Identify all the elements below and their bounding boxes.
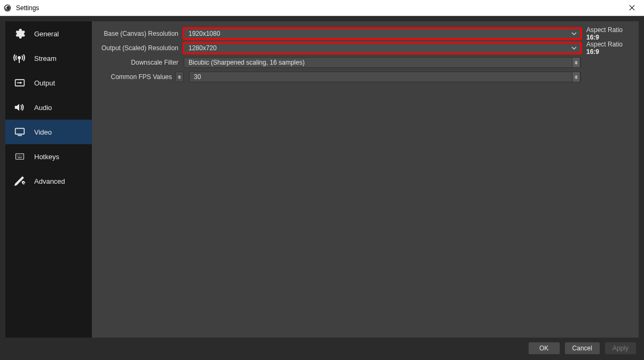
sidebar-item-output[interactable]: Output (5, 71, 92, 95)
output-aspect-ratio: Aspect Ratio 16:9 (584, 41, 633, 56)
spinner-icon[interactable] (572, 57, 580, 68)
speaker-icon (13, 101, 28, 113)
close-button[interactable] (624, 0, 640, 16)
titlebar: Settings (0, 0, 644, 16)
sidebar: General Stream (5, 21, 92, 338)
keyboard-icon (13, 152, 28, 161)
gear-icon (13, 27, 28, 40)
cancel-button[interactable]: Cancel (564, 342, 600, 355)
fps-combo[interactable]: 30 (189, 72, 581, 82)
downscale-filter-value: Bicubic (Sharpened scaling, 16 samples) (189, 59, 304, 66)
sidebar-item-label: Output (34, 79, 55, 87)
chevron-down-icon (570, 29, 578, 38)
output-resolution-value: 1280x720 (189, 44, 217, 52)
sidebar-item-label: Advanced (34, 177, 65, 185)
sidebar-item-hotkeys[interactable]: Hotkeys (5, 144, 92, 169)
sidebar-item-label: Video (34, 128, 52, 136)
apply-button: Apply (604, 342, 637, 355)
base-resolution-value: 1920x1080 (189, 30, 220, 37)
sidebar-item-label: Hotkeys (34, 153, 59, 161)
fps-label: Common FPS Values (111, 73, 176, 81)
broadcast-icon (13, 52, 28, 65)
app-icon (2, 3, 13, 13)
window-body: General Stream (0, 16, 644, 360)
output-resolution-row: Output (Scaled) Resolution 1280x720 Aspe… (97, 42, 633, 54)
sidebar-item-label: Audio (34, 104, 52, 112)
base-resolution-row: Base (Canvas) Resolution 1920x1080 Aspec… (97, 28, 633, 40)
button-bar: OK Cancel Apply (528, 342, 637, 355)
ok-button[interactable]: OK (528, 342, 560, 355)
content-area: General Stream (5, 21, 639, 338)
base-resolution-label: Base (Canvas) Resolution (97, 30, 184, 37)
sidebar-item-label: General (34, 30, 59, 38)
sidebar-item-audio[interactable]: Audio (5, 95, 92, 120)
sidebar-item-advanced[interactable]: Advanced (5, 169, 92, 193)
video-settings-panel: Base (Canvas) Resolution 1920x1080 Aspec… (92, 21, 639, 338)
output-icon (13, 77, 28, 88)
spinner-icon[interactable] (572, 72, 580, 82)
fps-label-group: Common FPS Values (97, 72, 184, 82)
chevron-down-icon (570, 43, 578, 53)
base-resolution-combo[interactable]: 1920x1080 (184, 28, 581, 39)
tools-icon (13, 175, 28, 187)
downscale-filter-row: Downscale Filter Bicubic (Sharpened scal… (97, 57, 633, 68)
fps-value: 30 (194, 73, 201, 81)
sidebar-item-general[interactable]: General (5, 21, 92, 46)
sidebar-item-video[interactable]: Video (5, 120, 92, 144)
output-resolution-label: Output (Scaled) Resolution (97, 44, 184, 52)
window-title: Settings (16, 4, 39, 12)
sidebar-item-stream[interactable]: Stream (5, 46, 92, 71)
base-aspect-ratio: Aspect Ratio 16:9 (584, 26, 633, 41)
fps-row: Common FPS Values 30 (97, 71, 633, 83)
downscale-filter-combo[interactable]: Bicubic (Sharpened scaling, 16 samples) (184, 57, 581, 68)
sidebar-item-label: Stream (34, 54, 57, 62)
output-resolution-combo[interactable]: 1280x720 (184, 43, 581, 53)
svg-rect-5 (15, 128, 25, 134)
fps-type-spinner[interactable] (175, 72, 184, 82)
monitor-icon (13, 127, 28, 137)
downscale-filter-label: Downscale Filter (97, 59, 184, 66)
